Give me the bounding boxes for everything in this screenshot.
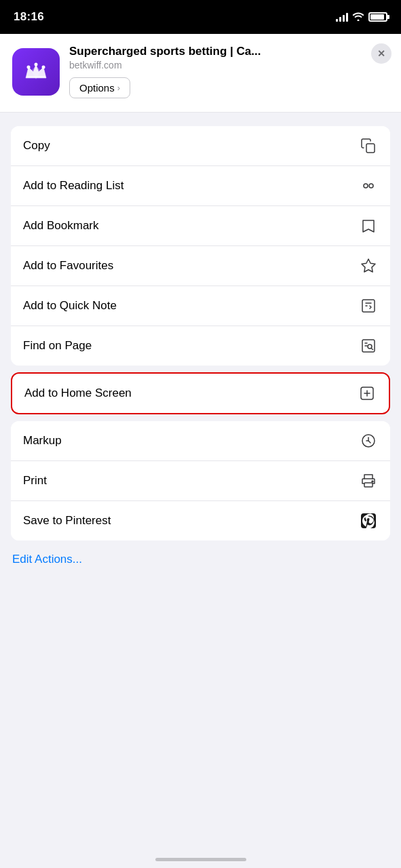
svg-rect-8 <box>362 340 375 352</box>
menu-item-quick-note[interactable]: Add to Quick Note <box>11 286 390 326</box>
header-card: Supercharged sports betting | Ca... betk… <box>0 34 401 113</box>
quick-note-icon <box>359 296 378 315</box>
menu-section-3: Markup Print S <box>11 421 390 540</box>
close-button[interactable]: ✕ <box>371 43 392 64</box>
svg-point-2 <box>42 65 45 68</box>
share-sheet: Supercharged sports betting | Ca... betk… <box>0 34 401 600</box>
markup-icon <box>359 431 378 450</box>
svg-rect-19 <box>364 475 373 479</box>
menu-item-print[interactable]: Print <box>11 461 390 501</box>
edit-actions-section: Edit Actions... <box>0 540 401 573</box>
reading-list-icon <box>359 176 378 195</box>
svg-marker-6 <box>362 259 375 272</box>
battery-icon <box>368 12 387 22</box>
copy-icon <box>359 136 378 155</box>
menu-item-favourites[interactable]: Add to Favourites <box>11 246 390 286</box>
menu-item-markup[interactable]: Markup <box>11 421 390 461</box>
svg-rect-18 <box>364 483 373 487</box>
menu-item-copy[interactable]: Copy <box>11 126 390 166</box>
menu-item-reading-list[interactable]: Add to Reading List <box>11 166 390 206</box>
menu-section-2-highlighted: Add to Home Screen <box>11 372 390 414</box>
status-bar: 18:16 <box>0 0 401 34</box>
menu-item-find-on-page[interactable]: Find on Page <box>11 326 390 366</box>
pinterest-icon <box>359 511 378 530</box>
status-time: 18:16 <box>14 10 44 24</box>
chevron-right-icon: › <box>117 83 120 93</box>
svg-point-20 <box>372 481 373 482</box>
site-favicon <box>12 48 60 96</box>
svg-line-12 <box>371 349 373 350</box>
wifi-icon <box>352 12 364 23</box>
svg-point-0 <box>27 65 31 68</box>
svg-rect-7 <box>362 300 375 312</box>
menu-section-1: Copy Add to Reading List Add Bookmark <box>11 126 390 366</box>
signal-bars-icon <box>336 12 348 22</box>
svg-point-4 <box>364 184 368 188</box>
add-home-icon <box>358 384 377 403</box>
site-info: Supercharged sports betting | Ca... betk… <box>69 45 389 98</box>
options-button[interactable]: Options › <box>69 77 130 98</box>
home-indicator <box>155 858 246 861</box>
site-url: betkwiff.com <box>69 60 389 71</box>
menu-item-save-pinterest[interactable]: Save to Pinterest <box>11 501 390 540</box>
edit-actions-link[interactable]: Edit Actions... <box>12 553 82 566</box>
svg-point-5 <box>369 184 373 188</box>
bookmark-icon <box>359 216 378 235</box>
menu-item-add-home-screen[interactable]: Add to Home Screen <box>12 374 389 413</box>
star-icon <box>359 256 378 275</box>
status-icons <box>336 12 387 23</box>
close-icon: ✕ <box>377 48 385 59</box>
site-title: Supercharged sports betting | Ca... <box>69 45 389 58</box>
svg-point-1 <box>35 62 38 66</box>
menu-item-bookmark[interactable]: Add Bookmark <box>11 206 390 246</box>
svg-rect-3 <box>366 144 375 153</box>
print-icon <box>359 471 378 490</box>
find-icon <box>359 336 378 355</box>
